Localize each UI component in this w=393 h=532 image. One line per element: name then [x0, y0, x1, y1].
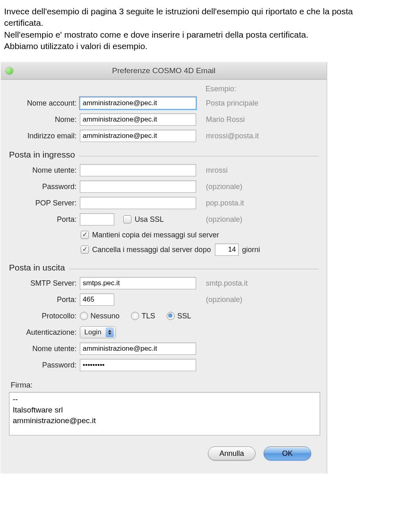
in-utente-label: Nome utente:: [9, 166, 80, 175]
example-header: Esempio:: [9, 85, 318, 93]
smtp-input[interactable]: [80, 277, 196, 289]
out-porta-label: Porta:: [9, 295, 80, 304]
proto-ssl-radio[interactable]: [167, 312, 175, 320]
nome-account-hint: Posta principale: [198, 99, 318, 108]
proto-tls-label: TLS: [142, 312, 155, 320]
smtp-hint: smtp.posta.it: [198, 279, 318, 288]
in-password-input[interactable]: [80, 180, 196, 193]
popup-arrows-icon: [106, 327, 114, 337]
in-utente-input[interactable]: [80, 164, 196, 176]
mantieni-label: Mantieni copia dei messaggi sul server: [92, 231, 219, 239]
nome-hint: Mario Rossi: [198, 115, 318, 124]
section-uscita: Posta in uscita: [9, 263, 318, 273]
proto-tls-radio[interactable]: [131, 312, 139, 320]
cancella-pre-label: Cancella i messaggi dal server dopo: [92, 246, 211, 254]
cancella-post-label: giorni: [242, 246, 260, 254]
indirizzo-input[interactable]: [80, 130, 196, 142]
doc-line-3: Abbiamo utilizzato i valori di esempio.: [4, 41, 147, 51]
nome-input[interactable]: [80, 113, 196, 126]
mantieni-checkbox[interactable]: [81, 231, 89, 239]
auth-label: Autenticazione:: [9, 328, 80, 337]
instruction-text: Invece dell'esempio di pagina 3 seguite …: [0, 0, 393, 56]
in-porta-input[interactable]: [80, 213, 114, 225]
section-ingresso-title: Posta in ingresso: [9, 150, 79, 160]
indirizzo-label: Indirizzo email:: [9, 132, 80, 140]
preferences-window: Preferenze COSMO 4D Email Esempio: Nome …: [1, 62, 327, 473]
out-porta-hint: (opzionale): [198, 295, 318, 304]
pop-input[interactable]: [80, 197, 196, 209]
auth-popup[interactable]: Login: [80, 326, 116, 338]
proto-none-radio[interactable]: [80, 312, 88, 320]
doc-line-1: Invece dell'esempio di pagina 3 seguite …: [4, 7, 353, 27]
divider: [79, 156, 318, 156]
firma-textarea[interactable]: [9, 392, 320, 435]
smtp-label: SMTP Server:: [9, 279, 80, 288]
out-password-input[interactable]: [80, 359, 196, 371]
section-uscita-title: Posta in uscita: [9, 263, 69, 273]
indirizzo-hint: mrossi@posta.it: [198, 132, 318, 140]
proto-ssl-label: SSL: [177, 312, 191, 320]
nome-account-input[interactable]: [80, 97, 196, 109]
out-password-label: Password:: [9, 361, 80, 370]
out-utente-input[interactable]: [80, 343, 196, 355]
cancella-checkbox[interactable]: [81, 246, 89, 254]
divider: [69, 269, 318, 269]
in-password-label: Password:: [9, 183, 80, 191]
in-porta-hint: (opzionale): [198, 215, 318, 224]
firma-label: Firma:: [9, 381, 318, 390]
out-porta-input[interactable]: [80, 293, 114, 306]
cancella-days-input[interactable]: [215, 243, 239, 256]
nome-label: Nome:: [9, 115, 80, 124]
titlebar: Preferenze COSMO 4D Email: [1, 62, 327, 80]
ok-button[interactable]: OK: [264, 446, 311, 460]
in-utente-hint: mrossi: [198, 166, 318, 175]
protocollo-label: Protocollo:: [9, 312, 80, 320]
pop-hint: pop.posta.it: [198, 199, 318, 207]
auth-value: Login: [84, 328, 102, 336]
in-password-hint: (opzionale): [198, 183, 318, 191]
doc-line-2: Nell'esempio e' mostrato come e dove ins…: [4, 30, 308, 39]
window-title: Preferenze COSMO 4D Email: [1, 66, 327, 75]
nome-account-label: Nome account:: [9, 99, 80, 108]
pop-label: POP Server:: [9, 199, 80, 207]
proto-none-label: Nessuno: [90, 312, 120, 320]
usa-ssl-checkbox[interactable]: [123, 215, 131, 223]
section-ingresso: Posta in ingresso: [9, 150, 318, 160]
usa-ssl-label: Usa SSL: [135, 215, 164, 224]
out-utente-label: Nome utente:: [9, 345, 80, 353]
cancel-button[interactable]: Annulla: [208, 446, 255, 460]
in-porta-label: Porta:: [9, 215, 80, 224]
